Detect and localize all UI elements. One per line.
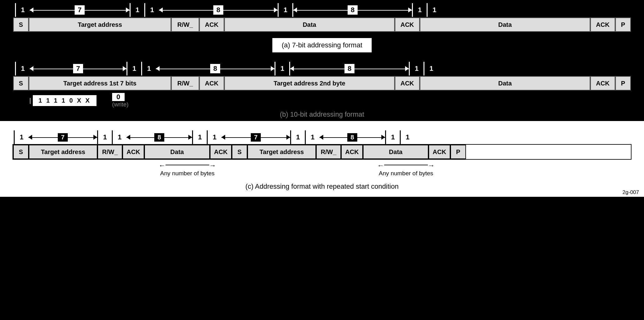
cell-rw: R/W_ [171,76,199,90]
arrow-left [221,135,225,140]
num-8: 8 [210,64,220,73]
arrow-line-2 [384,165,428,165]
data-row-c: S Target address R/W_ ACK Data ACK S Tar… [12,144,632,160]
seg-7a: 7 [28,130,97,144]
cell-ack2: ACK [395,17,420,32]
cell-s1: S [13,145,29,159]
bit-1: 1 [291,133,305,141]
write-label: (write) [112,101,129,108]
bit-1: 1 [113,133,126,141]
bit-1: 1 [413,6,427,14]
cell-ack-c4: ACK [429,145,450,159]
bit-pattern: 1 1 1 1 0 X X [33,95,97,106]
arrow-right [408,7,412,12]
num-8: 8 [213,5,223,15]
bit-1: 1 [275,65,289,73]
left-arrow-2: ← [377,162,384,170]
arrow-left [28,135,32,140]
cell-p: P [615,76,631,90]
bit-1: 1 [16,6,30,14]
seg-7: 7 [30,62,126,75]
seg-8b: 8 [320,130,385,144]
bit-1: 1 [386,133,400,141]
arrow-right [381,135,385,140]
bit-1: 1 [98,133,112,141]
num-8b: 8 [344,64,354,73]
seg-7: 7 [30,3,130,17]
bit-1: 1 [127,65,141,73]
any-bytes-2-arrow: ← → [362,162,450,170]
arrow-right [126,7,130,12]
bit-1: 1 [279,6,292,14]
timing-row-b: 1 7 1 1 8 1 8 1 1 [12,62,632,75]
arrow-left [30,66,33,71]
bit-1: 1 [16,65,30,73]
data-row-a: S Target address R/W_ ACK Data ACK Data … [12,17,632,32]
any-bytes-2-label: Any number of bytes [362,170,450,177]
any-bytes-2-container: ← → Any number of bytes [362,162,450,177]
section-b-label: (b) 10-bit addressing format [280,110,364,118]
bit-1: 1 [410,65,424,73]
section-a: 1 7 1 1 8 1 8 1 1 [0,0,644,52]
bit-pattern-row: | 1 1 1 1 0 X X 0 (write) [12,93,632,108]
arrow-left [290,66,294,71]
right-arrow-1: → [209,162,216,170]
label-b-container: (b) 10-bit addressing format [12,110,632,119]
cell-ack-c2: ACK [210,145,232,159]
write-area: 0 (write) [112,93,129,108]
num-7b: 7 [251,133,260,142]
section-c: 1 7 1 1 8 1 1 7 1 1 [0,121,644,197]
cell-rw: R/W_ [171,17,199,32]
arrow-left [126,135,130,140]
seg-8b: 8 [290,62,409,75]
seg-7b: 7 [221,130,290,144]
cell-target-addr: Target address [29,17,171,32]
arrow-right [271,66,275,71]
bit-1: 1 [208,133,221,141]
bit-1: 1 [401,133,414,141]
cell-data: Data [420,76,590,90]
arrow-right [286,135,290,140]
cell-ack2: ACK [395,76,420,90]
seg-8: 8 [156,62,275,75]
cell-data-c1: Data [144,145,210,159]
num-7a: 7 [58,133,67,142]
left-arrow-1: ← [159,162,166,170]
any-bytes-1-arrow: ← → [144,162,231,170]
cell-ack1: ACK [199,76,224,90]
arrow-left [159,7,163,12]
cell-target-addr-2nd: Target address 2nd byte [224,76,395,90]
cell-target-addr-c2: Target address [247,145,316,159]
arrow-right [274,7,278,12]
bit-1: 1 [193,133,207,141]
section-c-label: (c) Addressing format with repeated star… [12,182,632,191]
bit-1: 1 [142,65,156,73]
data-row-b: S Target address 1st 7 bits R/W_ ACK Tar… [12,75,632,91]
bit-1: 1 [424,65,438,73]
label-a-container: (a) 7-bit addressing format [12,38,632,52]
num-7: 7 [73,64,83,73]
cell-data2: Data [420,17,590,32]
num-8b: 8 [348,5,358,15]
annotations-row: ← → Any number of bytes ← → Any number o… [12,162,632,177]
write-val: 0 [112,93,125,101]
cell-p-c: P [450,145,466,159]
num-7: 7 [75,5,85,15]
timing-row-c: 1 7 1 1 8 1 1 7 1 1 [12,130,632,144]
cell-ack3: ACK [590,17,615,32]
arrow-left [30,7,33,12]
seg-8a: 8 [126,130,192,144]
cell-target-addr-1st: Target address 1st 7 bits [29,76,171,90]
cell-ack3: ACK [590,76,615,90]
arrow-left [320,135,323,140]
seg-8: 8 [159,3,278,17]
cell-ack-c3: ACK [341,145,363,159]
bit-1: 1 [145,6,159,14]
seg-8b: 8 [293,3,412,17]
cell-ack-c1: ACK [122,145,144,159]
cell-data1: Data [224,17,395,32]
cell-ack1: ACK [199,17,224,32]
cell-data-c2: Data [363,145,429,159]
any-bytes-1-container: ← → Any number of bytes [144,162,231,177]
arrow-line-1 [166,165,209,165]
